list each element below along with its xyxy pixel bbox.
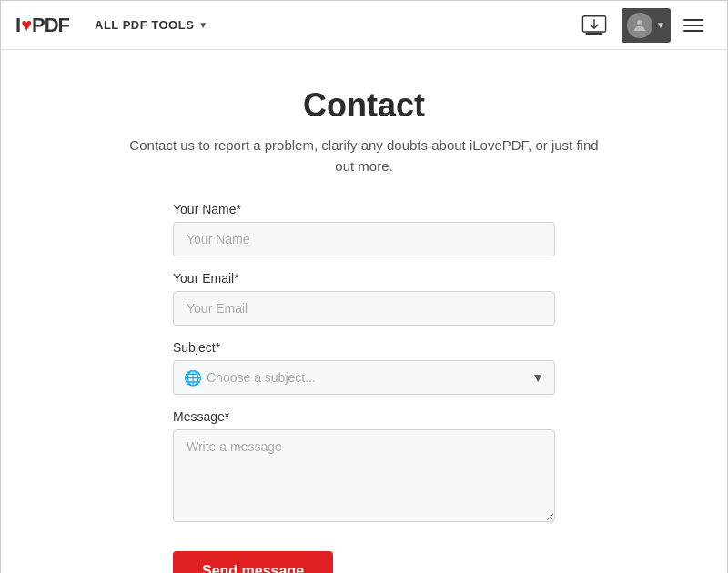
user-chevron-icon: ▼: [656, 20, 665, 30]
send-message-button[interactable]: Send message: [173, 551, 333, 573]
subject-label: Subject*: [173, 340, 555, 355]
name-label: Your Name*: [173, 202, 555, 216]
message-field-group: Message*: [173, 409, 555, 526]
user-avatar: [627, 13, 652, 38]
page-subtitle: Contact us to report a problem, clarify …: [118, 136, 610, 176]
svg-point-3: [637, 20, 642, 25]
svg-rect-1: [586, 32, 603, 34]
message-textarea[interactable]: [173, 429, 555, 522]
email-input[interactable]: [173, 291, 555, 326]
main-content: Contact Contact us to report a problem, …: [1, 50, 727, 573]
all-pdf-tools-button[interactable]: ALL PDF TOOLS ▼: [87, 13, 216, 37]
logo-i: I: [15, 14, 20, 37]
tools-chevron-icon: ▼: [198, 20, 207, 30]
download-icon: [581, 15, 607, 35]
subject-select[interactable]: Choose a subject... Technical issue Bill…: [173, 360, 555, 395]
email-field-group: Your Email*: [173, 271, 555, 326]
name-input[interactable]: [173, 222, 555, 256]
hamburger-menu-button[interactable]: [674, 12, 713, 39]
navbar: I ♥ PDF ALL PDF TOOLS ▼ ▼: [1, 1, 727, 50]
logo[interactable]: I ♥ PDF: [15, 14, 69, 37]
subject-select-wrapper: 🌐 Choose a subject... Technical issue Bi…: [173, 360, 555, 395]
name-field-group: Your Name*: [173, 202, 555, 256]
page-title: Contact: [303, 86, 425, 125]
hamburger-line-2: [683, 25, 703, 26]
nav-right: ▼: [571, 8, 713, 43]
hamburger-line-1: [683, 19, 703, 21]
logo-heart-icon: ♥: [21, 15, 31, 35]
user-account-area[interactable]: ▼: [622, 8, 671, 43]
tools-label: ALL PDF TOOLS: [95, 18, 194, 32]
logo-pdf: PDF: [32, 14, 69, 37]
email-label: Your Email*: [173, 271, 555, 286]
hamburger-line-3: [683, 30, 703, 32]
contact-form: Your Name* Your Email* Subject* 🌐 Choose…: [173, 202, 555, 573]
subject-field-group: Subject* 🌐 Choose a subject... Technical…: [173, 340, 555, 395]
download-button[interactable]: [571, 8, 618, 43]
message-label: Message*: [173, 409, 555, 424]
